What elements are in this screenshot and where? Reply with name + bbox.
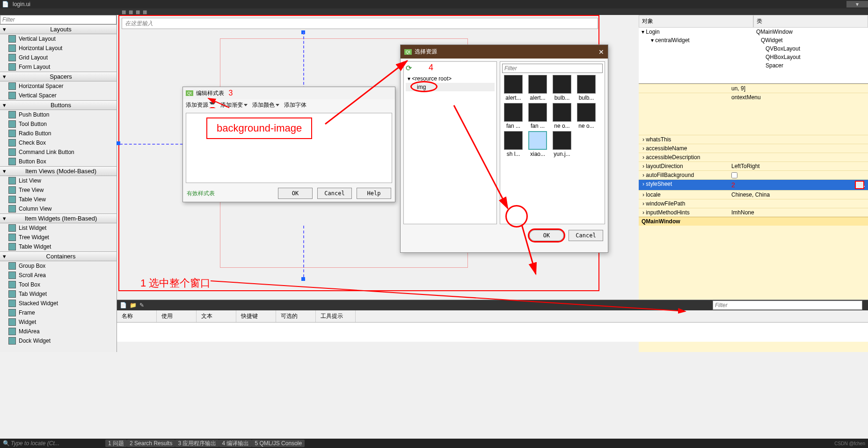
new-action-icon[interactable]: 📄 <box>120 302 127 308</box>
widgetbox-item[interactable]: Table View <box>0 195 117 204</box>
object-tree-row[interactable]: Spacer <box>639 61 868 70</box>
edit-stylesheet-dialog[interactable]: Qt 编辑样式表 3 添加资源 添加渐变 添加颜色 添加字体 backgroun… <box>182 87 395 202</box>
widgetbox-section[interactable]: Item Widgets (Item-Based) <box>0 213 117 223</box>
widgetbox-item[interactable]: Horizontal Spacer <box>0 81 117 91</box>
stylesheet-edit-button[interactable]: ... <box>855 181 864 189</box>
toolbar-icon[interactable]: ▦ <box>122 9 126 15</box>
action-column-header[interactable]: 使用 <box>157 310 197 322</box>
ok-button[interactable]: OK <box>529 230 564 241</box>
locator-input[interactable]: Type to locate (Ct... <box>11 440 104 447</box>
close-icon[interactable]: ✕ <box>598 48 604 56</box>
resource-thumbnail[interactable]: xiao... <box>526 131 549 157</box>
widgetbox-item[interactable]: Vertical Layout <box>0 34 117 44</box>
widgetbox-item[interactable]: Tree View <box>0 185 117 195</box>
widgetbox-filter-input[interactable] <box>0 15 117 24</box>
property-row[interactable]: › localeChinese, China <box>639 190 868 199</box>
property-row[interactable]: › autoFillBackground <box>639 170 868 179</box>
resource-thumbnail[interactable]: sh l... <box>502 131 525 157</box>
widgetbox-item[interactable]: Table Widget <box>0 242 117 251</box>
widgetbox-section[interactable]: Item Views (Model-Based) <box>0 166 117 176</box>
widgetbox-item[interactable]: Button Box <box>0 157 117 166</box>
object-tree-row[interactable]: ▾ LoginQMainWindow <box>639 28 868 36</box>
select-resource-dialog[interactable]: Qt 选择资源 ✕ 4 ⟳ ▾ <resource root> img aler… <box>400 44 608 253</box>
widgetbox-item[interactable]: Horizontal Layout <box>0 44 117 53</box>
property-row[interactable]: › styleSheet2... <box>639 179 868 190</box>
resource-thumbnail[interactable]: fan ... <box>502 103 525 129</box>
cancel-button[interactable]: Cancel <box>569 230 603 241</box>
widgetbox-item[interactable]: Radio Button <box>0 129 117 138</box>
widgetbox-item[interactable]: Scroll Area <box>0 271 117 280</box>
widgetbox-section[interactable]: Buttons <box>0 100 117 110</box>
widgetbox-item[interactable]: Column View <box>0 204 117 213</box>
action-column-header[interactable]: 文本 <box>197 310 236 322</box>
checkbox[interactable] <box>731 172 737 178</box>
resource-thumbnail[interactable]: alert... <box>526 75 549 101</box>
object-tree-row[interactable]: QHBoxLayout <box>639 53 868 61</box>
widgetbox-item[interactable]: Tree Widget <box>0 233 117 242</box>
menu-add-resource[interactable]: 添加资源 <box>186 101 216 109</box>
resource-thumbnail[interactable]: ne o... <box>575 103 598 129</box>
widgetbox-item[interactable]: Dock Widget <box>0 336 117 345</box>
widgetbox-item[interactable]: Form Layout <box>0 62 117 72</box>
widgetbox-item[interactable]: Tab Widget <box>0 289 117 299</box>
action-column-header[interactable]: 可选的 <box>276 310 316 322</box>
search-icon[interactable]: 🔍 <box>3 440 10 447</box>
menu-add-gradient[interactable]: 添加渐变 <box>220 101 248 109</box>
widgetbox-item[interactable]: Stacked Widget <box>0 299 117 308</box>
output-tab[interactable]: 3 应用程序输出 <box>175 440 219 447</box>
resource-filter-input[interactable] <box>502 64 603 73</box>
property-row[interactable]: › inputMethodHintsImhNone <box>639 208 868 217</box>
widgetbox-item[interactable]: Check Box <box>0 138 117 147</box>
widgetbox-item[interactable]: Push Button <box>0 110 117 119</box>
property-row[interactable]: › whatsThis <box>639 135 868 144</box>
widgetbox-item[interactable]: Tool Box <box>0 280 117 289</box>
output-tab[interactable]: 4 编译输出 <box>219 440 252 447</box>
resource-thumbnail[interactable]: yun.j... <box>551 131 573 157</box>
toolbar-icon[interactable]: ▦ <box>129 9 133 15</box>
toolbar-icon[interactable]: ▦ <box>136 9 140 15</box>
thumbnail-grid[interactable]: alert...alert...bulb...bulb...fan ...fan… <box>502 75 603 157</box>
resource-tree[interactable]: ⟳ ▾ <resource root> img <box>403 61 497 224</box>
widgetbox-item[interactable]: MdiArea <box>0 327 117 336</box>
ok-button[interactable]: OK <box>278 188 313 199</box>
property-row[interactable]: › windowFilePath <box>639 199 868 208</box>
widgetbox-item[interactable]: Widget <box>0 317 117 327</box>
widgetbox-item[interactable]: Group Box <box>0 261 117 271</box>
tree-folder-img[interactable]: img <box>406 83 495 91</box>
output-tab[interactable]: 1 问题 <box>105 440 127 447</box>
action-filter-input[interactable] <box>713 301 862 310</box>
action-column-header[interactable]: 工具提示 <box>316 310 356 322</box>
resource-thumbnail[interactable]: alert... <box>502 75 525 101</box>
resource-thumbnail[interactable]: fan ... <box>526 103 549 129</box>
titlebar-dropdown-icon[interactable]: ▾ <box>846 1 868 7</box>
object-tree-row[interactable]: ▾ centralWidgetQWidget <box>639 36 868 44</box>
property-row[interactable]: › layoutDirectionLeftToRight <box>639 162 868 170</box>
toolbar-icon[interactable]: 📁 <box>130 302 137 308</box>
widgetbox-item[interactable]: List View <box>0 176 117 185</box>
menu-add-font[interactable]: 添加字体 <box>284 101 306 109</box>
toolbar-icon[interactable]: ✎ <box>139 302 144 308</box>
property-row[interactable]: › accessibleDescription <box>639 153 868 162</box>
widgetbox-item[interactable]: Command Link Button <box>0 147 117 157</box>
widgetbox-item[interactable]: Grid Layout <box>0 53 117 62</box>
property-row[interactable]: › accessibleName <box>639 144 868 153</box>
menu-add-color[interactable]: 添加颜色 <box>252 101 279 109</box>
output-tab[interactable]: 2 Search Results <box>127 440 175 447</box>
help-button[interactable]: Help <box>357 188 391 199</box>
toolbar-icon[interactable]: ▦ <box>143 9 147 15</box>
widgetbox-item[interactable]: Vertical Spacer <box>0 91 117 100</box>
resource-thumbnail[interactable]: ne o... <box>551 103 573 129</box>
action-column-header[interactable]: 名称 <box>117 310 157 322</box>
object-tree[interactable]: ▾ LoginQMainWindow▾ centralWidgetQWidget… <box>639 28 868 84</box>
resource-thumbnail[interactable]: bulb... <box>551 75 573 101</box>
widgetbox-section[interactable]: Spacers <box>0 72 117 81</box>
lineedit-widget[interactable] <box>122 18 598 29</box>
resource-thumbnail[interactable]: bulb... <box>575 75 598 101</box>
action-column-header[interactable]: 快捷键 <box>236 310 276 322</box>
widgetbox-item[interactable]: Tool Button <box>0 119 117 129</box>
refresh-icon[interactable]: ⟳ <box>406 64 495 73</box>
widgetbox-section[interactable]: Containers <box>0 251 117 261</box>
widgetbox-section[interactable]: Layouts <box>0 24 117 34</box>
cancel-button[interactable]: Cancel <box>317 188 352 199</box>
widgetbox-item[interactable]: List Widget <box>0 223 117 233</box>
